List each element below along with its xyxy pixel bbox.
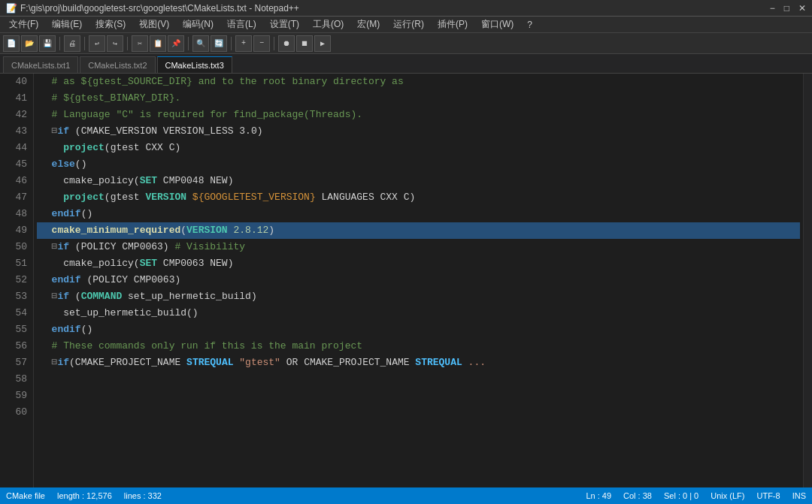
code-line-52: cmake_policy(SET CMP0063 NEW) [37, 255, 800, 272]
undo-button[interactable]: ↩ [89, 35, 105, 52]
code-area[interactable]: # as ${gtest_SOURCE_DIR} and to the root… [34, 74, 803, 487]
status-bar: CMake file length : 12,576 lines : 332 L… [0, 487, 812, 504]
code-line-44: project(gtest CXX C) [37, 140, 800, 156]
menu-window[interactable]: 窗口(W) [475, 17, 520, 32]
zoom-in-button[interactable]: + [235, 35, 252, 52]
code-line-43: ⊟if (CMAKE_VERSION VERSION_LESS 3.0) [37, 123, 800, 140]
macro-record-button[interactable]: ⏺ [278, 35, 295, 52]
window-controls[interactable]: − □ ✕ [770, 3, 806, 14]
toolbar-separator-6 [274, 37, 274, 50]
window-title: F:\gis\proj\build\googletest-src\googlet… [20, 3, 299, 14]
menu-file[interactable]: 文件(F) [3, 17, 44, 32]
save-button[interactable]: 💾 [39, 35, 56, 52]
paste-button[interactable]: 📌 [168, 35, 184, 52]
tab-1[interactable]: CMakeLists.txt1 [3, 56, 78, 73]
toolbar-separator-3 [127, 37, 128, 50]
code-line-53: endif (POLICY CMP0063) [37, 272, 800, 288]
code-line-55: ⊟if (COMMAND set_up_hermetic_build) [37, 288, 800, 305]
toolbar-separator-1 [59, 37, 60, 50]
menu-view[interactable]: 视图(V) [133, 17, 175, 32]
status-sel: Sel : 0 | 0 [664, 491, 698, 500]
title-text: 📝 F:\gis\proj\build\googletest-src\googl… [6, 3, 299, 14]
menu-encoding[interactable]: 编码(N) [177, 17, 220, 32]
tab-3[interactable]: CMakeLists.txt3 [157, 56, 232, 73]
status-left: CMake file length : 12,576 lines : 332 [6, 491, 162, 500]
code-line-48: endif() [37, 206, 800, 222]
menu-bar: 文件(F) 编辑(E) 搜索(S) 视图(V) 编码(N) 语言(L) 设置(T… [0, 17, 812, 33]
status-file-type: CMake file [6, 491, 45, 500]
zoom-out-button[interactable]: − [253, 35, 270, 52]
code-line-40: # as ${gtest_SOURCE_DIR} and to the root… [37, 74, 800, 90]
redo-button[interactable]: ↪ [107, 35, 123, 52]
code-line-59: # These commands only run if this is the… [37, 338, 800, 355]
menu-edit[interactable]: 编辑(E) [46, 17, 88, 32]
toolbar: 📄 📂 💾 🖨 ↩ ↪ ✂ 📋 📌 🔍 🔄 + − ⏺ ⏹ ▶ [0, 33, 812, 54]
app-icon: 📝 [6, 3, 17, 14]
status-lines: lines : 332 [124, 491, 162, 500]
status-right: Ln : 49 Col : 38 Sel : 0 | 0 Unix (LF) U… [586, 491, 806, 500]
code-line-49: cmake_minimum_required(VERSION 2.8.12) [37, 222, 800, 239]
status-length: length : 12,576 [57, 491, 112, 500]
code-line-60: ⊟if(CMAKE_PROJECT_NAME STREQUAL "gtest" … [37, 355, 800, 371]
code-line-56: set_up_hermetic_build() [37, 305, 800, 321]
menu-tools[interactable]: 工具(O) [307, 17, 350, 32]
editor-container: 40 41 42 43 44 45 46 47 48 49 50 51 52 5… [0, 74, 812, 487]
code-line-46: cmake_policy(SET CMP0048 NEW) [37, 173, 800, 189]
find-button[interactable]: 🔍 [192, 35, 209, 52]
toolbar-separator-4 [188, 37, 189, 50]
code-line-41: # ${gtest_BINARY_DIR}. [37, 90, 800, 107]
status-ln: Ln : 49 [586, 491, 611, 500]
menu-macro[interactable]: 宏(M) [351, 17, 386, 32]
menu-language[interactable]: 语言(L) [221, 17, 262, 32]
toolbar-separator-2 [84, 37, 85, 50]
code-line-45: else() [37, 156, 800, 173]
maximize-button[interactable]: □ [784, 3, 789, 14]
status-mode: INS [792, 491, 806, 500]
new-file-button[interactable]: 📄 [3, 35, 20, 52]
macro-stop-button[interactable]: ⏹ [296, 35, 313, 52]
open-file-button[interactable]: 📂 [21, 35, 38, 52]
menu-run[interactable]: 运行(R) [387, 17, 430, 32]
minimize-button[interactable]: − [770, 3, 775, 14]
tab-bar: CMakeLists.txt1 CMakeLists.txt2 CMakeLis… [0, 54, 812, 74]
line-numbers: 40 41 42 43 44 45 46 47 48 49 50 51 52 5… [0, 74, 34, 487]
title-bar: 📝 F:\gis\proj\build\googletest-src\googl… [0, 0, 812, 17]
macro-play-button[interactable]: ▶ [314, 35, 331, 52]
menu-settings[interactable]: 设置(T) [264, 17, 305, 32]
code-line-57: endif() [37, 321, 800, 338]
menu-search[interactable]: 搜索(S) [89, 17, 132, 32]
cut-button[interactable]: ✂ [132, 35, 148, 52]
status-line-ending: Unix (LF) [710, 491, 744, 500]
menu-plugins[interactable]: 插件(P) [432, 17, 474, 32]
code-line-42: # Language "C" is required for find_pack… [37, 107, 800, 123]
close-button[interactable]: ✕ [798, 3, 806, 14]
tab-2[interactable]: CMakeLists.txt2 [80, 56, 155, 73]
replace-button[interactable]: 🔄 [211, 35, 227, 52]
status-encoding: UTF-8 [756, 491, 780, 500]
code-line-51: ⊟if (POLICY CMP0063) # Visibility [37, 239, 800, 255]
menu-help[interactable]: ? [521, 18, 538, 32]
copy-button[interactable]: 📋 [150, 35, 166, 52]
toolbar-separator-5 [231, 37, 232, 50]
code-line-47: project(gtest VERSION ${GOOGLETEST_VERSI… [37, 189, 800, 206]
vertical-scrollbar[interactable] [803, 74, 812, 487]
status-col: Col : 38 [623, 491, 652, 500]
print-button[interactable]: 🖨 [64, 35, 80, 52]
